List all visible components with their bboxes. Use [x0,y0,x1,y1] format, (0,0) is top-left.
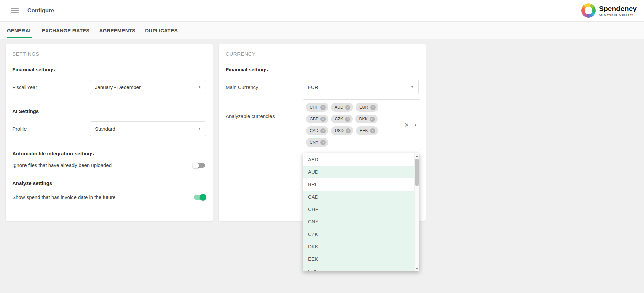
chip-remove-icon[interactable]: ✕ [345,105,350,110]
chip-remove-icon[interactable]: ✕ [370,105,376,110]
future-invoice-toggle[interactable] [194,195,205,200]
currency-chip-cad: CAD ✕ [306,126,328,135]
chip-remove-icon[interactable]: ✕ [370,128,375,133]
main-currency-value: EUR [308,84,318,90]
chevron-down-icon: ▼ [198,86,201,89]
tab-bar: GENERALEXCHANGE RATESAGREEMENTSDUPLICATE… [0,21,644,39]
divider [12,175,206,175]
fiscal-year-row: Fiscal Year January - December ▼ [12,80,206,94]
toggle-knob [192,162,199,169]
dropdown-option-czk[interactable]: CZK [303,228,419,240]
logo-tagline-text: An Onventis Company [599,13,637,16]
profile-label: Profile [12,126,90,132]
financial-settings-header: Financial settings [226,67,419,72]
currency-card: CURRENCY Financial settings Main Currenc… [219,44,426,221]
app-header: Configure Spendency An Onventis Company [0,0,644,21]
profile-row: Profile Standard ▼ [12,121,206,136]
tab-exchange-rates[interactable]: EXCHANGE RATES [42,22,90,39]
dropdown-option-eek[interactable]: EEK [303,253,419,265]
currency-chip-cny: CNY ✕ [306,138,328,147]
chip-remove-icon[interactable]: ✕ [345,117,350,122]
dropdown-option-eur[interactable]: EUR [303,265,419,271]
spendency-logo-icon [581,3,596,18]
chip-remove-icon[interactable]: ✕ [346,128,351,133]
currency-chip-aud: AUD ✕ [331,103,353,112]
spendency-logo: Spendency An Onventis Company [581,3,637,18]
currency-chip-chf: CHF ✕ [306,103,328,112]
dropdown-option-dkk[interactable]: DKK [303,240,419,253]
tab-duplicates[interactable]: DUPLICATES [145,22,178,39]
currency-chips: CHF ✕ AUD ✕ EUR ✕ GBP ✕ CZK ✕ DKK ✕ CAD … [306,103,402,147]
toggle-knob [200,194,206,201]
future-invoice-row: Show spend that has invoice date in the … [12,194,206,200]
chip-remove-icon[interactable]: ✕ [320,117,326,122]
tab-agreements[interactable]: AGREEMENTS [99,22,135,39]
scroll-down-icon[interactable]: ▼ [415,267,419,270]
tab-general[interactable]: GENERAL [7,22,32,39]
future-invoice-label: Show spend that has invoice date in the … [12,194,116,200]
currency-card-title: CURRENCY [226,44,419,61]
ignore-files-toggle[interactable] [194,163,205,168]
ignore-files-label: Ignore files that have already been uplo… [12,162,112,168]
main-currency-row: Main Currency EUR ▼ [226,80,419,94]
chip-remove-icon[interactable]: ✕ [320,128,326,133]
analyzable-currencies-label: Analyzable currencies [226,113,303,119]
fiscal-year-select[interactable]: January - December ▼ [90,80,206,94]
analyze-settings-header: Analyze settings [12,180,206,186]
chevron-down-icon: ▼ [411,86,414,89]
ignore-files-row: Ignore files that have already been uplo… [12,162,206,168]
currency-dropdown: AEDAUDBRLCADCHFCNYCZKDKKEEKEUR ▲ ▼ [303,153,419,271]
settings-card-title: SETTINGS [12,44,206,61]
divider [12,103,206,103]
currency-chip-usd: USD ✕ [331,126,353,135]
currency-dropdown-list: AEDAUDBRLCADCHFCNYCZKDKKEEKEUR [303,153,419,271]
hamburger-menu-icon[interactable] [11,6,19,15]
chip-remove-icon[interactable]: ✕ [320,140,326,145]
chevron-down-icon: ▼ [198,127,201,130]
dropdown-option-cad[interactable]: CAD [303,191,419,203]
currency-chip-eur: EUR ✕ [356,103,378,112]
chevron-up-icon[interactable]: ▲ [414,123,417,126]
scrollbar-thumb[interactable] [415,159,419,186]
divider [12,145,206,145]
fiscal-year-value: January - December [95,84,141,90]
fiscal-year-label: Fiscal Year [12,84,90,90]
currency-chip-eek: EEK ✕ [356,126,378,135]
logo-brand-text: Spendency [599,5,637,12]
analyzable-currencies-field[interactable]: CHF ✕ AUD ✕ EUR ✕ GBP ✕ CZK ✕ DKK ✕ CAD … [303,99,421,150]
dropdown-scrollbar[interactable]: ▲ ▼ [414,153,419,271]
clear-all-icon[interactable]: ✕ [404,122,409,128]
profile-select[interactable]: Standard ▼ [90,121,206,136]
file-integration-header: Automatic file integration settings [12,151,206,156]
page-title: Configure [27,7,54,14]
currency-chip-czk: CZK ✕ [331,115,353,123]
main-currency-select[interactable]: EUR ▼ [303,80,419,94]
dropdown-option-aud[interactable]: AUD [303,166,419,178]
currency-chip-dkk: DKK ✕ [355,115,378,123]
dropdown-option-aed[interactable]: AED [303,153,419,166]
dropdown-option-brl[interactable]: BRL [303,178,419,191]
analyzable-currencies-row: Analyzable currencies CHF ✕ AUD ✕ EUR ✕ … [226,99,419,150]
scroll-up-icon[interactable]: ▲ [415,154,419,157]
dropdown-option-chf[interactable]: CHF [303,203,419,215]
chip-remove-icon[interactable]: ✕ [370,117,375,122]
dropdown-option-cny[interactable]: CNY [303,215,419,228]
main-currency-label: Main Currency [226,84,303,90]
chip-remove-icon[interactable]: ✕ [320,105,326,110]
financial-settings-header: Financial settings [12,67,206,72]
currency-chip-gbp: GBP ✕ [306,115,328,123]
ai-settings-header: AI Settings [12,108,206,114]
profile-value: Standard [95,126,115,132]
settings-card: SETTINGS Financial settings Fiscal Year … [6,44,213,221]
